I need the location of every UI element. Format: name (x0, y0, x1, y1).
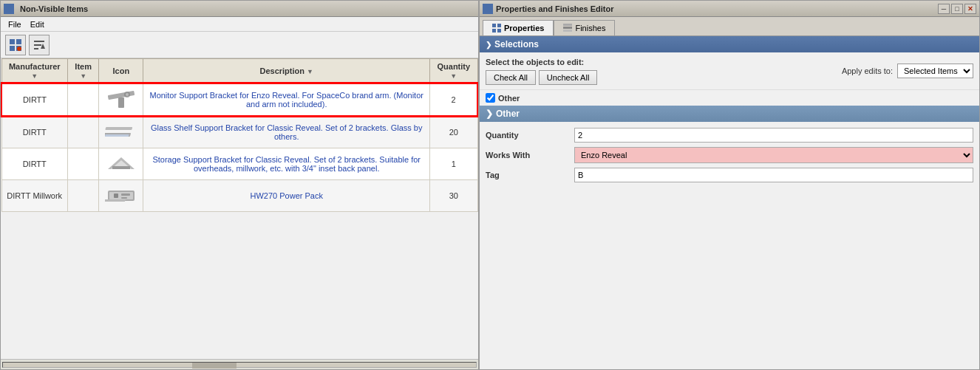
cell-manufacturer: DIRTT (1, 83, 67, 116)
scrollbar-thumb[interactable] (192, 363, 237, 369)
toolbar-btn-grid[interactable] (5, 35, 26, 55)
tab-properties[interactable]: Properties (483, 20, 554, 35)
filter-manufacturer-icon[interactable]: ▼ (31, 72, 38, 80)
selections-header-label: Selections (494, 39, 539, 49)
table-row[interactable]: DIRTT Glass Shelf Support Bracket for Cl… (1, 116, 477, 148)
filter-qty-icon[interactable]: ▼ (450, 72, 457, 80)
menu-edit[interactable]: Edit (26, 18, 49, 30)
svg-rect-24 (121, 197, 127, 199)
tab-properties-label: Properties (504, 24, 544, 32)
col-description: Description ▼ (143, 59, 430, 84)
apply-edits-dropdown[interactable]: Selected Items All Items (897, 64, 973, 78)
horizontal-scrollbar[interactable] (1, 359, 478, 369)
quantity-input[interactable] (574, 128, 973, 143)
table-row[interactable]: DIRTT Monitor Support Bracket for Enzo R… (1, 83, 477, 116)
cell-icon (99, 83, 143, 116)
svg-rect-18 (112, 166, 130, 169)
col-item: Item ▼ (67, 59, 98, 84)
cell-description: Glass Shelf Support Bracket for Classic … (143, 116, 430, 148)
cell-quantity: 1 (430, 148, 477, 180)
table-row[interactable]: DIRTT Storage Support Bracket for Classi… (1, 148, 477, 180)
cell-item (67, 83, 98, 116)
select-objects-label: Select the objects to edit: (486, 58, 584, 66)
cell-quantity: 20 (430, 116, 477, 148)
other-checkbox-label: Other (498, 94, 520, 103)
cell-item (67, 116, 98, 148)
scrollbar-track[interactable] (2, 362, 477, 368)
cell-icon (99, 180, 143, 212)
finishes-tab-icon (563, 24, 572, 32)
check-all-button[interactable]: Check All (486, 70, 536, 85)
works-with-row: Works With Enzo Reveal Classic Reveal (486, 147, 973, 163)
svg-rect-22 (114, 193, 118, 198)
svg-rect-27 (492, 29, 496, 32)
right-panel: Properties and Finishes Editor ─ □ ✕ Pro… (479, 0, 980, 370)
cell-description: Monitor Support Bracket for Enzo Reveal.… (143, 83, 430, 116)
cell-description: Storage Support Bracket for Classic Reve… (143, 148, 430, 180)
svg-rect-26 (497, 24, 501, 27)
left-panel-icon (4, 4, 14, 14)
right-title-bar: Properties and Finishes Editor ─ □ ✕ (480, 1, 979, 17)
select-objects-row: Select the objects to edit: Check All Un… (480, 52, 979, 89)
close-button[interactable]: ✕ (964, 4, 976, 14)
apply-edits-label: Apply edits to: (842, 66, 893, 75)
left-panel: Non-Visible Items File Edit Manufacturer… (0, 0, 479, 370)
svg-rect-23 (121, 193, 130, 196)
svg-rect-15 (105, 127, 132, 130)
svg-rect-29 (563, 24, 572, 26)
cell-item (67, 148, 98, 180)
table-row[interactable]: DIRTT Millwork HW270 Power Pack 30 (1, 180, 477, 212)
cell-item (67, 180, 98, 212)
collapse-selections-icon[interactable]: ❯ (486, 41, 491, 49)
toolbar (1, 32, 478, 58)
items-table: Manufacturer ▼ Item ▼ Icon Description ▼… (1, 58, 478, 212)
items-table-area[interactable]: Manufacturer ▼ Item ▼ Icon Description ▼… (1, 58, 478, 359)
check-buttons: Check All Uncheck All (486, 70, 597, 85)
svg-rect-14 (105, 134, 129, 137)
tag-input[interactable] (574, 168, 973, 182)
collapse-other-icon[interactable]: ❯ (486, 109, 493, 119)
cell-quantity: 2 (430, 83, 477, 116)
svg-rect-21 (105, 199, 126, 202)
svg-rect-25 (492, 24, 496, 27)
svg-rect-30 (563, 27, 572, 29)
cell-description: HW270 Power Pack (143, 180, 430, 212)
svg-rect-0 (10, 39, 15, 44)
tab-finishes[interactable]: Finishes (554, 20, 615, 35)
cell-manufacturer: DIRTT (1, 148, 67, 180)
menu-bar: File Edit (1, 17, 478, 32)
cell-icon (99, 148, 143, 180)
col-manufacturer: Manufacturer ▼ (1, 59, 67, 84)
quantity-label: Quantity (486, 131, 574, 140)
toolbar-btn-sort[interactable] (29, 35, 50, 55)
cell-manufacturer: DIRTT Millwork (1, 180, 67, 212)
properties-tab-icon (492, 24, 501, 32)
col-icon: Icon (99, 59, 143, 84)
cell-manufacturer: DIRTT (1, 116, 67, 148)
maximize-button[interactable]: □ (951, 4, 963, 14)
other-checkbox[interactable] (486, 93, 495, 103)
svg-rect-20 (109, 192, 133, 199)
tabs-row: Properties Finishes (480, 17, 979, 36)
right-panel-title: Properties and Finishes Editor (496, 4, 614, 13)
other-checkbox-row: Other (480, 89, 979, 106)
col-quantity: Quantity ▼ (430, 59, 477, 84)
selections-section-header: ❯ Selections (480, 36, 979, 52)
other-section-header: ❯ Other (480, 106, 979, 122)
tag-label: Tag (486, 171, 574, 179)
menu-file[interactable]: File (4, 18, 26, 30)
cell-icon (99, 116, 143, 148)
minimize-button[interactable]: ─ (938, 4, 950, 14)
svg-rect-2 (10, 46, 15, 51)
cell-quantity: 30 (430, 180, 477, 212)
filter-item-icon[interactable]: ▼ (80, 72, 86, 80)
uncheck-all-button[interactable]: Uncheck All (539, 70, 597, 85)
right-panel-icon (483, 4, 493, 14)
svg-rect-28 (497, 29, 501, 32)
svg-rect-1 (16, 39, 21, 44)
works-with-label: Works With (486, 151, 574, 160)
works-with-select[interactable]: Enzo Reveal Classic Reveal (574, 147, 973, 163)
window-controls: ─ □ ✕ (938, 4, 976, 14)
filter-desc-icon[interactable]: ▼ (307, 68, 313, 75)
tag-row: Tag (486, 168, 973, 182)
